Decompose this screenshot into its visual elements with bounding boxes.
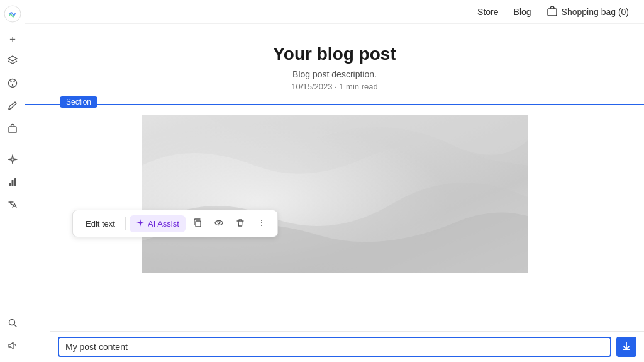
svg-point-16 xyxy=(261,220,262,221)
svg-rect-5 xyxy=(9,127,16,133)
svg-rect-6 xyxy=(9,183,11,186)
edit-text-label: Edit text xyxy=(86,219,115,229)
blog-header: Your blog post Blog post description. 10… xyxy=(25,24,644,104)
svg-point-4 xyxy=(11,84,13,86)
blog-meta: 10/15/2023 · 1 min read xyxy=(38,82,631,91)
toolbar-divider-1 xyxy=(125,217,126,230)
svg-point-18 xyxy=(261,225,262,226)
sidebar-item-bag[interactable] xyxy=(3,120,23,140)
announcement-icon xyxy=(7,340,18,354)
blog-description: Blog post description. xyxy=(38,69,631,79)
more-icon xyxy=(257,218,267,230)
plus-icon: ＋ xyxy=(8,33,18,46)
more-button[interactable] xyxy=(252,214,271,233)
eye-icon xyxy=(214,218,224,230)
copy-button[interactable] xyxy=(188,214,207,233)
sidebar-item-add[interactable]: ＋ xyxy=(3,29,23,49)
svg-point-15 xyxy=(218,222,220,224)
sidebar-item-announcements[interactable] xyxy=(3,337,23,357)
nav-store-link[interactable]: Store xyxy=(477,7,498,17)
pen-icon xyxy=(7,100,18,114)
svg-point-14 xyxy=(215,220,223,225)
svg-point-3 xyxy=(13,81,14,82)
sidebar-bottom xyxy=(3,314,23,357)
blog-image-container xyxy=(25,105,644,273)
translate-icon xyxy=(7,199,18,213)
sidebar-item-search[interactable] xyxy=(3,314,23,334)
sidebar-item-chart[interactable] xyxy=(3,173,23,193)
sidebar-item-translate[interactable] xyxy=(3,196,23,216)
svg-point-17 xyxy=(261,222,262,223)
top-nav: Store Blog Shopping bag (0) xyxy=(25,0,644,24)
main-area: Store Blog Shopping bag (0) Your blog po… xyxy=(25,0,644,362)
section-label: Section xyxy=(60,96,97,108)
svg-rect-13 xyxy=(196,221,201,227)
svg-rect-8 xyxy=(14,178,16,186)
copy-icon xyxy=(192,218,203,230)
visibility-button[interactable] xyxy=(209,214,228,233)
sidebar-divider-1 xyxy=(5,145,20,145)
post-content-input[interactable] xyxy=(58,337,611,357)
palette-icon xyxy=(7,77,18,91)
logo-icon[interactable] xyxy=(4,5,21,23)
toolbar: Edit text AI Assist xyxy=(72,210,278,237)
section-wrapper: Section xyxy=(25,104,644,273)
edit-text-button[interactable]: Edit text xyxy=(79,216,121,232)
shopping-bag-icon xyxy=(547,5,558,18)
svg-point-2 xyxy=(10,81,11,82)
blog-image xyxy=(142,115,528,273)
svg-point-1 xyxy=(8,79,16,88)
ai-assist-label: AI Assist xyxy=(148,219,179,229)
download-button[interactable] xyxy=(616,337,636,357)
trash-icon xyxy=(235,218,245,230)
sparkle-ai-icon xyxy=(136,218,145,229)
chart-icon xyxy=(7,176,18,190)
svg-rect-7 xyxy=(11,180,13,186)
delete-button[interactable] xyxy=(231,214,250,233)
bag-icon xyxy=(7,123,18,137)
sparkle-icon xyxy=(7,154,18,167)
svg-rect-10 xyxy=(548,9,557,16)
sidebar-item-layers[interactable] xyxy=(3,52,23,72)
content-area: Your blog post Blog post description. 10… xyxy=(25,24,644,362)
sidebar-item-palette[interactable] xyxy=(3,74,23,94)
bottom-input-area xyxy=(50,331,644,362)
layers-icon xyxy=(7,55,18,69)
download-icon xyxy=(622,342,631,353)
search-icon xyxy=(7,317,18,331)
cart-label: Shopping bag (0) xyxy=(562,7,629,17)
nav-blog-link[interactable]: Blog xyxy=(514,7,531,17)
sidebar-item-sparkle[interactable] xyxy=(3,150,23,171)
blog-title: Your blog post xyxy=(38,44,631,64)
sidebar: ＋ xyxy=(0,0,25,362)
sidebar-item-pen[interactable] xyxy=(3,97,23,117)
ai-assist-button[interactable]: AI Assist xyxy=(130,215,186,232)
nav-cart[interactable]: Shopping bag (0) xyxy=(547,5,629,18)
